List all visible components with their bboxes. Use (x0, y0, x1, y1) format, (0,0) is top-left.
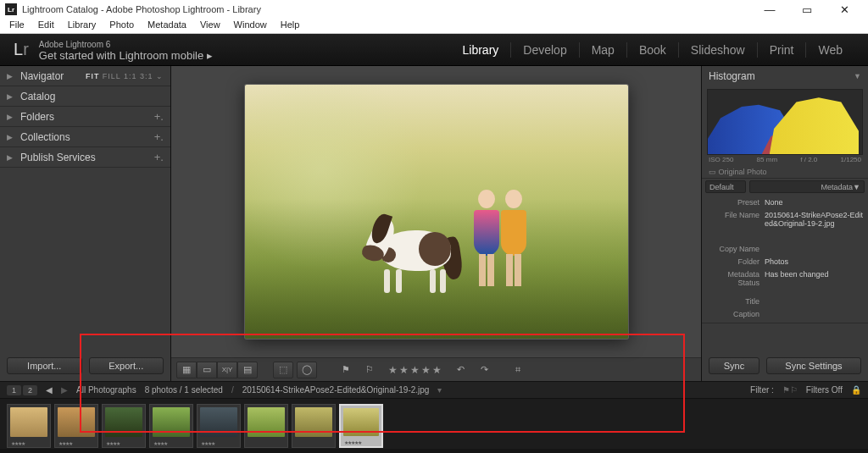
nav-fwd-icon[interactable]: ▶ (61, 385, 68, 395)
menu-help[interactable]: Help (275, 19, 306, 33)
filter-flag-icon[interactable]: ⚑⚐ (782, 385, 798, 395)
star-icon[interactable]: ★ (388, 364, 398, 376)
thumbnail-selected[interactable]: ★★★★★ (339, 404, 383, 448)
filter-label: Filter : (750, 385, 774, 395)
lightroom-logo: Lr (14, 40, 29, 59)
menu-view[interactable]: View (194, 19, 226, 33)
menu-file[interactable]: File (3, 19, 31, 33)
secondary-bar: 1 2 ◀ ▶ All Photographs 8 photos / 1 sel… (0, 381, 868, 399)
star-icon[interactable]: ★ (432, 364, 442, 376)
filmstrip-scrollbar[interactable] (0, 449, 868, 453)
nav-11[interactable]: 1:1 (124, 72, 137, 80)
filmstrip[interactable]: ★★★★ ★★★★ ★★★★ ★★★★ ★★★★ ★★★★★ (0, 399, 868, 453)
secondary-window-1[interactable]: 1 (7, 385, 21, 395)
nav-back-icon[interactable]: ◀ (46, 385, 53, 395)
thumbnail[interactable]: ★★★★ (7, 404, 51, 448)
menubar: File Edit Library Photo Metadata View Wi… (0, 19, 868, 34)
flag-reject-button[interactable]: ⚐ (359, 362, 380, 378)
add-icon[interactable]: +. (154, 110, 164, 123)
import-button[interactable]: Import... (7, 357, 82, 374)
menu-library[interactable]: Library (62, 19, 103, 33)
histo-iso: ISO 250 (709, 156, 733, 163)
rating-stars[interactable]: ★ ★ ★ ★ ★ (383, 364, 447, 376)
grid-view-button[interactable]: ▦ (176, 362, 197, 378)
menu-metadata[interactable]: Metadata (142, 19, 192, 33)
get-started-mobile-link[interactable]: Get started with Lightroom mobile ▸ (39, 50, 213, 61)
meta-copyname-value[interactable] (765, 245, 865, 254)
folders-panel[interactable]: ▶Folders+. (0, 107, 170, 127)
meta-caption-value[interactable] (765, 310, 865, 319)
filters-off[interactable]: Filters Off (806, 385, 843, 395)
menu-window[interactable]: Window (228, 19, 273, 33)
rotate-ccw-button[interactable]: ↶ (450, 362, 470, 378)
right-panel: Histogram▼ ISO 250 85 mm f / 2.0 1/1250 … (701, 66, 868, 381)
rotate-cw-button[interactable]: ↷ (474, 362, 494, 378)
sync-button[interactable]: Sync (709, 357, 760, 374)
toolbar: ▦ ▭ X|Y ▤ ⬚ ◯ ⚑ ⚐ ★ ★ ★ ★ ★ ↶ (171, 357, 701, 381)
source-label[interactable]: All Photographs (76, 385, 136, 395)
brand-small: Adobe Lightroom 6 (39, 39, 213, 50)
meta-key: Metadata Status (705, 270, 765, 287)
module-print[interactable]: Print (757, 42, 806, 58)
meta-key: Title (705, 297, 765, 307)
sync-settings-button[interactable]: Sync Settings (766, 357, 861, 374)
image-area[interactable] (171, 66, 701, 357)
thumbnail[interactable]: ★★★★ (54, 404, 98, 448)
lock-icon[interactable]: 🔒 (851, 385, 861, 395)
export-button[interactable]: Export... (89, 357, 164, 374)
menu-edit[interactable]: Edit (32, 19, 60, 33)
module-map[interactable]: Map (579, 42, 626, 58)
module-web[interactable]: Web (805, 42, 854, 58)
titlebar: Lr Lightroom Catalog - Adobe Photoshop L… (0, 0, 868, 19)
original-photo-toggle[interactable]: ▭ Original Photo (702, 166, 868, 178)
crop-button[interactable]: ⌗ (508, 362, 528, 378)
star-icon[interactable]: ★ (399, 364, 409, 376)
panel-label: Navigator (20, 70, 79, 82)
painter-button[interactable]: ⬚ (273, 362, 293, 378)
menu-photo[interactable]: Photo (103, 19, 140, 33)
histogram-panel[interactable]: Histogram▼ ISO 250 85 mm f / 2.0 1/1250 … (702, 66, 868, 179)
maximize-button[interactable]: ▭ (788, 0, 826, 19)
thumbnail[interactable] (292, 404, 336, 448)
main: ▶ Navigator FIT FILL 1:1 3:1 ⌄ ▶Catalog … (0, 66, 868, 381)
meta-preset-value[interactable]: None (765, 198, 865, 207)
collections-panel[interactable]: ▶Collections+. (0, 127, 170, 147)
flag-pick-button[interactable]: ⚑ (336, 362, 356, 378)
metadata-panel[interactable]: Default Metadata ▼ PresetNone File Name2… (702, 179, 868, 323)
nav-fill[interactable]: FILL (103, 72, 121, 80)
module-develop[interactable]: Develop (510, 42, 578, 58)
meta-key: File Name (705, 211, 765, 241)
secondary-window-2[interactable]: 2 (23, 385, 37, 395)
publish-panel[interactable]: ▶Publish Services+. (0, 147, 170, 168)
thumbnail[interactable] (244, 404, 288, 448)
spray-button[interactable]: ◯ (297, 362, 317, 378)
meta-status-value[interactable]: Has been changed (765, 270, 865, 287)
module-library[interactable]: Library (451, 42, 511, 58)
star-icon[interactable]: ★ (410, 364, 420, 376)
window-title: Lightroom Catalog - Adobe Photoshop Ligh… (22, 4, 751, 14)
add-icon[interactable]: +. (154, 151, 164, 163)
nav-fit[interactable]: FIT (86, 72, 99, 80)
catalog-panel[interactable]: ▶Catalog (0, 86, 170, 107)
nav-31[interactable]: 3:1 ⌄ (140, 72, 164, 80)
loupe-view-button[interactable]: ▭ (197, 362, 217, 378)
meta-filename-value[interactable]: 20150614-StrikeAPose2-Edited&Original-19… (765, 211, 865, 241)
photo-subject-girl (499, 190, 528, 291)
minimize-button[interactable]: — (751, 0, 788, 19)
meta-folder-value[interactable]: Photos (765, 257, 865, 267)
compare-view-button[interactable]: X|Y (217, 362, 237, 378)
module-slideshow[interactable]: Slideshow (678, 42, 757, 58)
navigator-panel[interactable]: ▶ Navigator FIT FILL 1:1 3:1 ⌄ (0, 66, 170, 86)
meta-title-value[interactable] (765, 297, 865, 307)
thumbnail[interactable]: ★★★★ (197, 404, 241, 448)
close-button[interactable]: ✕ (826, 0, 863, 19)
survey-view-button[interactable]: ▤ (237, 362, 258, 378)
loupe-photo (245, 85, 628, 339)
thumbnail[interactable]: ★★★★ (102, 404, 146, 448)
center-panel: ▦ ▭ X|Y ▤ ⬚ ◯ ⚑ ⚐ ★ ★ ★ ★ ★ ↶ (171, 66, 701, 381)
thumbnail[interactable]: ★★★★ (149, 404, 193, 448)
metadata-default-select[interactable]: Default (705, 180, 746, 193)
module-book[interactable]: Book (626, 42, 678, 58)
star-icon[interactable]: ★ (421, 364, 431, 376)
add-icon[interactable]: +. (154, 130, 164, 143)
